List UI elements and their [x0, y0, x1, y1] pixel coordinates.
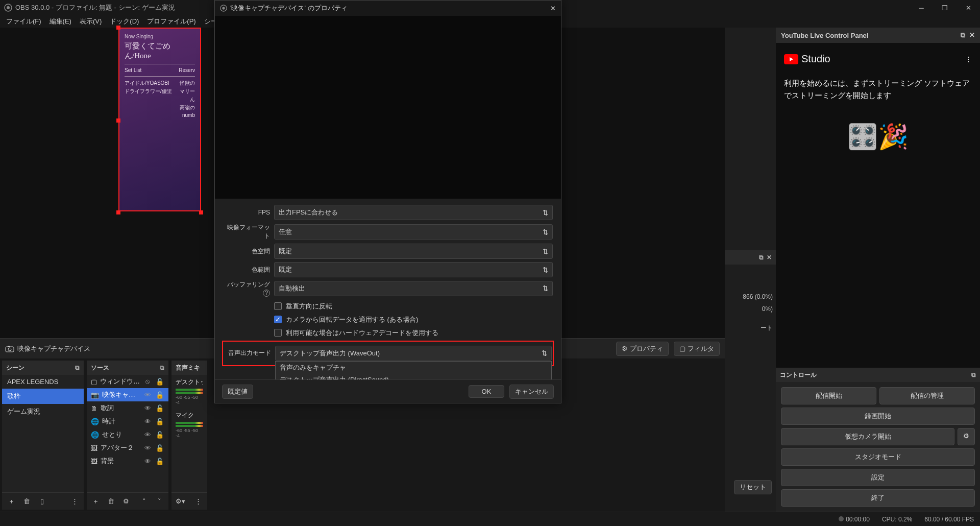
- start-recording-button[interactable]: 録画開始: [781, 408, 975, 425]
- dialog-close-button[interactable]: ✕: [550, 5, 556, 12]
- preview-source-overlay[interactable]: Now Singing 可愛くてごめん/Hone Set ListReserv …: [118, 28, 201, 211]
- source-type-icon: ▢: [91, 378, 97, 386]
- channel-name: マイク: [176, 411, 203, 420]
- visibility-toggle[interactable]: 👁: [143, 431, 152, 439]
- close-button[interactable]: ✕: [957, 0, 980, 15]
- mixer-settings-button[interactable]: ⚙▾: [175, 495, 186, 508]
- filters-button[interactable]: ▢ フィルタ: [674, 342, 720, 356]
- window-title: OBS 30.0.0 - プロファイル: 無題 - シーン: ゲーム実況: [15, 3, 175, 12]
- menu-dock[interactable]: ドック(D): [106, 16, 143, 27]
- minimize-button[interactable]: ─: [910, 0, 933, 15]
- studio-mode-button[interactable]: スタジオモード: [781, 448, 975, 466]
- mixer-menu-button[interactable]: ⋮: [192, 495, 204, 508]
- properties-button[interactable]: ⚙ プロパティ: [616, 342, 669, 356]
- audio-meter: [176, 392, 203, 394]
- visibility-toggle[interactable]: 👁: [143, 418, 152, 425]
- youtube-panel-title: YouTube Live Control Panel: [781, 32, 868, 39]
- manage-broadcast-button[interactable]: 配信の管理: [879, 387, 975, 404]
- lock-toggle[interactable]: 🔓: [155, 431, 164, 439]
- resize-handle[interactable]: [199, 210, 203, 214]
- scene-menu-button[interactable]: ⋮: [68, 495, 81, 508]
- mixer-channel[interactable]: デスクトップ-60 -55 -50 -4: [172, 375, 207, 408]
- dropdown-option[interactable]: 音声のみをキャプチャ: [276, 362, 551, 374]
- menu-view[interactable]: 表示(V): [76, 16, 106, 27]
- buffering-select[interactable]: 自動検出⇅: [274, 281, 553, 296]
- scene-item[interactable]: 歌枠: [2, 389, 84, 404]
- menu-file[interactable]: ファイル(F): [2, 16, 45, 27]
- color-range-label: 色範囲: [223, 266, 270, 274]
- close-icon[interactable]: ✕: [767, 254, 772, 261]
- lock-toggle[interactable]: 🔓: [155, 391, 164, 399]
- menu-profile[interactable]: プロファイル(P): [143, 16, 200, 27]
- buffering-label: バッファリング ?: [223, 280, 270, 297]
- popout-icon[interactable]: ⧉: [759, 254, 764, 261]
- menu-edit[interactable]: 編集(E): [45, 16, 76, 27]
- scenes-panel: シーン ⧉ APEX LEGENDS歌枠ゲーム実況 ＋ 🗑 ▯ ⋮: [2, 361, 84, 510]
- fps-select[interactable]: 出力FPSに合わせる⇅: [274, 205, 553, 220]
- source-type-icon: 🖼: [91, 444, 97, 452]
- defaults-button[interactable]: 既定値: [222, 385, 253, 399]
- visibility-toggle[interactable]: 👁: [143, 444, 152, 452]
- source-item[interactable]: 🗎歌詞👁🔓: [87, 401, 168, 415]
- source-item[interactable]: 🌐時計👁🔓: [87, 415, 168, 428]
- source-settings-button[interactable]: ⚙: [120, 495, 132, 508]
- remove-scene-button[interactable]: 🗑: [20, 495, 33, 508]
- dialog-titlebar[interactable]: '映像キャプチャデバイス' のプロパティ ✕: [215, 1, 561, 16]
- start-virtual-cam-button[interactable]: 仮想カメラ開始: [781, 428, 954, 445]
- mixer-channel[interactable]: マイク-60 -55 -50 -4: [172, 408, 207, 441]
- settings-button[interactable]: 設定: [781, 469, 975, 486]
- close-icon[interactable]: ✕: [969, 31, 975, 39]
- resize-handle[interactable]: [116, 118, 120, 123]
- hw-decode-checkbox[interactable]: [274, 329, 282, 337]
- source-up-button[interactable]: ˄: [138, 495, 151, 508]
- exit-button[interactable]: 終了: [781, 489, 975, 507]
- source-item[interactable]: 🖼背景👁🔓: [87, 455, 168, 468]
- ok-button[interactable]: OK: [469, 385, 504, 398]
- cancel-button[interactable]: キャンセル: [509, 385, 554, 399]
- popout-icon[interactable]: ⧉: [160, 364, 164, 371]
- visibility-toggle[interactable]: 👁: [143, 391, 152, 399]
- source-down-button[interactable]: ˅: [153, 495, 165, 508]
- color-range-select[interactable]: 既定⇅: [274, 262, 553, 277]
- reset-button[interactable]: リセット: [734, 480, 772, 494]
- color-space-select[interactable]: 既定⇅: [274, 244, 553, 259]
- dropdown-option[interactable]: デスクトップ音声出力 (DirectSound): [276, 374, 551, 380]
- lock-toggle[interactable]: 🔓: [155, 444, 164, 452]
- source-item[interactable]: 🌐せとり👁🔓: [87, 428, 168, 441]
- visibility-toggle[interactable]: 👁: [143, 404, 152, 412]
- add-source-button[interactable]: ＋: [90, 495, 102, 508]
- apply-rotation-checkbox[interactable]: ✓: [274, 316, 282, 323]
- scene-item[interactable]: ゲーム実況: [2, 404, 84, 419]
- source-item[interactable]: ▢ウィンドウキャ⦸🔓: [87, 375, 168, 388]
- lock-toggle[interactable]: 🔓: [155, 418, 164, 425]
- scene-filter-button[interactable]: ▯: [36, 495, 48, 508]
- help-icon[interactable]: ?: [263, 290, 270, 297]
- lock-toggle[interactable]: 🔓: [155, 404, 164, 412]
- popout-icon[interactable]: ⧉: [961, 31, 965, 39]
- maximize-button[interactable]: ❐: [933, 0, 957, 15]
- kebab-icon[interactable]: ⋮: [965, 55, 972, 63]
- visibility-toggle[interactable]: ⦸: [143, 377, 152, 386]
- source-item[interactable]: 📷映像キャプチ👁🔓: [87, 388, 168, 401]
- chevron-updown-icon: ⇅: [542, 349, 547, 357]
- flip-vertical-checkbox[interactable]: [274, 302, 282, 310]
- lock-toggle[interactable]: 🔓: [155, 378, 164, 386]
- start-streaming-button[interactable]: 配信開始: [781, 387, 876, 404]
- remove-source-button[interactable]: 🗑: [105, 495, 117, 508]
- youtube-panel-header: YouTube Live Control Panel ⧉ ✕: [776, 28, 980, 43]
- youtube-panel: Studio ⋮ 利用を始めるには、まずストリーミング ソフトウェアでストリーミ…: [776, 43, 980, 368]
- scene-item[interactable]: APEX LEGENDS: [2, 375, 84, 389]
- visibility-toggle[interactable]: 👁: [143, 458, 152, 465]
- lock-toggle[interactable]: 🔓: [155, 458, 164, 465]
- status-dot-icon: [839, 516, 844, 521]
- source-item[interactable]: 🖼アバター２👁🔓: [87, 441, 168, 455]
- audio-output-mode-select[interactable]: デスクトップ音声出力 (WaveOut)⇅: [275, 346, 552, 361]
- virtual-cam-settings-button[interactable]: ⚙: [958, 428, 975, 445]
- resize-handle[interactable]: [116, 210, 120, 214]
- popout-icon[interactable]: ⧉: [971, 371, 976, 378]
- dialog-title: '映像キャプチャデバイス' のプロパティ: [230, 4, 348, 13]
- video-format-select[interactable]: 任意⇅: [274, 224, 553, 240]
- popout-icon[interactable]: ⧉: [75, 364, 80, 371]
- resize-handle[interactable]: [116, 26, 120, 30]
- add-scene-button[interactable]: ＋: [5, 495, 17, 508]
